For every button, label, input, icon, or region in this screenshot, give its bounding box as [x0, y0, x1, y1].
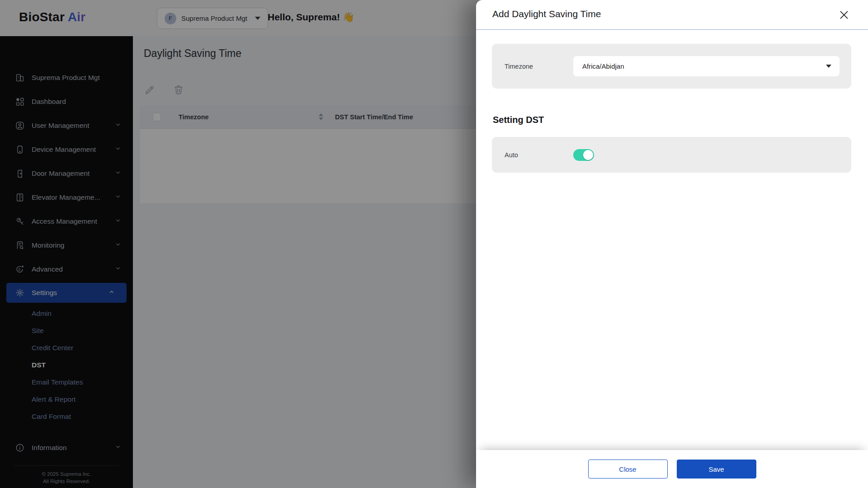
drawer-footer: Close Save [476, 450, 868, 488]
chevron-down-icon [826, 65, 831, 68]
timezone-selected-value: Africa/Abidjan [582, 62, 624, 70]
timezone-field-card: Timezone Africa/Abidjan [492, 44, 851, 89]
drawer-title: Add Daylight Saving Time [492, 9, 601, 19]
save-button[interactable]: Save [677, 460, 756, 479]
timezone-select[interactable]: Africa/Abidjan [573, 56, 840, 76]
close-icon[interactable] [836, 7, 852, 23]
auto-toggle[interactable] [573, 149, 594, 161]
biostar-air-app: BioStar Air F Suprema Product Mgt Hello,… [0, 0, 868, 488]
toggle-knob [583, 150, 593, 160]
setting-dst-heading: Setting DST [493, 115, 851, 125]
close-button[interactable]: Close [588, 460, 668, 479]
add-dst-drawer: Add Daylight Saving Time Timezone Africa… [476, 0, 868, 488]
timezone-label: Timezone [492, 63, 573, 70]
drawer-header: Add Daylight Saving Time [476, 0, 868, 30]
auto-field-card: Auto [492, 137, 851, 173]
auto-label: Auto [492, 151, 573, 159]
drawer-body: Timezone Africa/Abidjan Setting DST Auto [476, 30, 868, 173]
